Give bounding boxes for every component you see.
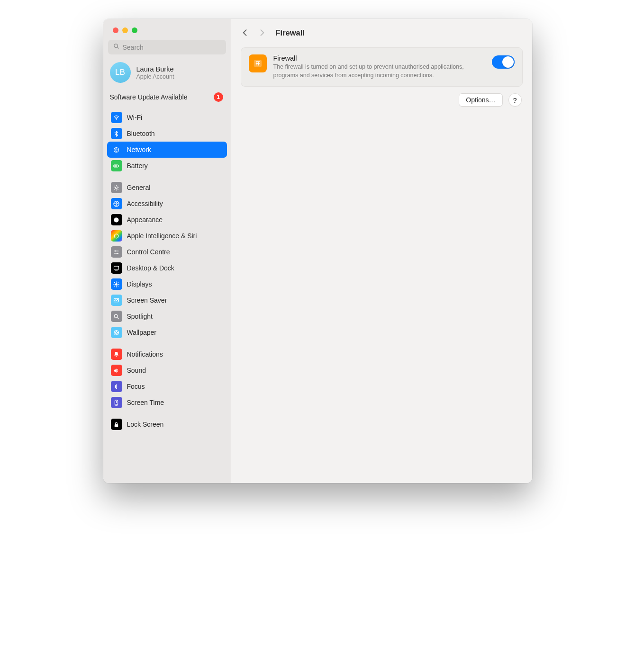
sidebar-item-label: Wi-Fi: [127, 114, 143, 121]
sidebar-item-screentime[interactable]: Screen Time: [107, 394, 227, 411]
software-update-badge: 1: [214, 92, 223, 102]
network-icon: [111, 144, 122, 155]
sidebar-item-label: Control Centre: [127, 248, 170, 256]
screensaver-icon: [111, 295, 122, 306]
svg-point-13: [117, 252, 118, 254]
topbar: Firewall: [231, 19, 532, 42]
sidebar-item-desktopdock[interactable]: Desktop & Dock: [107, 260, 227, 276]
sidebar-item-network[interactable]: Network: [107, 142, 227, 158]
sidebar-item-siri[interactable]: Apple Intelligence & Siri: [107, 228, 227, 244]
notifications-icon: [111, 349, 122, 360]
svg-point-0: [114, 44, 118, 48]
desktopdock-icon: [111, 262, 122, 274]
search-icon: [113, 43, 120, 52]
help-button[interactable]: ?: [508, 93, 522, 107]
page-title: Firewall: [276, 28, 305, 37]
firewall-card: Firewall The firewall is turned on and s…: [241, 47, 523, 87]
firewall-icon: [249, 54, 267, 72]
general-icon: [111, 182, 122, 193]
sidebar-item-label: Focus: [127, 383, 145, 390]
sidebar-item-appearance[interactable]: Appearance: [107, 212, 227, 228]
avatar: LB: [110, 62, 131, 83]
minimize-window-button[interactable]: [122, 27, 128, 33]
account-name: Laura Burke: [136, 65, 174, 73]
sidebar-item-label: Screen Time: [127, 399, 164, 406]
battery-icon: [111, 160, 122, 171]
sidebar-item-accessibility[interactable]: Accessibility: [107, 196, 227, 212]
forward-button[interactable]: [257, 27, 267, 39]
svg-point-20: [115, 332, 117, 333]
sidebar-item-label: Appearance: [127, 216, 163, 224]
sidebar-item-label: Bluetooth: [127, 130, 155, 137]
sidebar-item-controlcentre[interactable]: Control Centre: [107, 244, 227, 260]
sidebar-item-bluetooth[interactable]: Bluetooth: [107, 125, 227, 142]
siri-icon: [111, 230, 122, 242]
svg-point-12: [115, 250, 116, 251]
sidebar-item-screensaver[interactable]: Screen Saver: [107, 292, 227, 308]
sound-icon: [111, 365, 122, 376]
spotlight-icon: [111, 311, 122, 322]
settings-window: LB Laura Burke Apple Account Software Up…: [103, 19, 532, 483]
sidebar-item-battery[interactable]: Battery: [107, 158, 227, 174]
screentime-icon: [111, 397, 122, 408]
accessibility-icon: [111, 198, 122, 209]
search-input[interactable]: [123, 44, 221, 51]
sidebar-item-notifications[interactable]: Notifications: [107, 346, 227, 362]
sidebar: LB Laura Burke Apple Account Software Up…: [103, 19, 231, 483]
sidebar-item-label: Apple Intelligence & Siri: [127, 232, 197, 240]
svg-point-11: [114, 234, 118, 238]
appearance-icon: [111, 214, 122, 225]
svg-rect-5: [118, 165, 119, 167]
sidebar-item-label: Battery: [127, 162, 148, 170]
sidebar-item-spotlight[interactable]: Spotlight: [107, 308, 227, 324]
svg-rect-15: [115, 269, 118, 270]
account-sub: Apple Account: [136, 73, 174, 80]
sidebar-item-focus[interactable]: Focus: [107, 378, 227, 394]
window-controls: [103, 19, 231, 40]
wallpaper-icon: [111, 327, 122, 338]
sidebar-item-label: Wallpaper: [127, 329, 157, 336]
svg-line-1: [117, 47, 118, 48]
sidebar-item-label: Lock Screen: [127, 421, 164, 428]
sidebar-item-sound[interactable]: Sound: [107, 362, 227, 378]
svg-point-7: [116, 187, 118, 188]
sidebar-nav: Wi-FiBluetoothNetworkBattery GeneralAcce…: [103, 107, 231, 483]
apple-account-row[interactable]: LB Laura Burke Apple Account: [103, 59, 231, 88]
sidebar-item-label: Sound: [127, 367, 146, 374]
sidebar-item-label: Accessibility: [127, 200, 163, 207]
content-pane: Firewall Firewall The firewall is turned…: [231, 19, 532, 483]
controlcentre-icon: [111, 246, 122, 258]
sidebar-item-label: Desktop & Dock: [127, 264, 174, 272]
firewall-title: Firewall: [273, 54, 485, 62]
sidebar-item-label: Screen Saver: [127, 296, 167, 304]
sidebar-item-label: Displays: [127, 280, 152, 288]
software-update-label: Software Update Available: [110, 93, 188, 101]
firewall-toggle[interactable]: [492, 55, 515, 69]
sidebar-item-wallpaper[interactable]: Wallpaper: [107, 324, 227, 340]
svg-point-16: [115, 283, 118, 286]
svg-point-2: [116, 119, 117, 120]
sidebar-item-label: Spotlight: [127, 313, 153, 320]
sidebar-item-wifi[interactable]: Wi-Fi: [107, 109, 227, 125]
svg-rect-14: [114, 266, 119, 269]
fullscreen-window-button[interactable]: [132, 27, 137, 33]
svg-point-9: [116, 202, 117, 203]
firewall-description: The firewall is turned on and set up to …: [273, 63, 477, 80]
wifi-icon: [111, 112, 122, 123]
sidebar-item-general[interactable]: General: [107, 179, 227, 196]
displays-icon: [111, 278, 122, 290]
svg-rect-22: [115, 424, 118, 427]
focus-icon: [111, 381, 122, 392]
sidebar-item-label: Network: [127, 146, 151, 153]
options-button[interactable]: Options…: [459, 93, 502, 107]
sidebar-item-label: General: [127, 184, 151, 191]
sidebar-item-lockscreen[interactable]: Lock Screen: [107, 416, 227, 432]
software-update-row[interactable]: Software Update Available 1: [103, 88, 231, 107]
back-button[interactable]: [240, 27, 250, 39]
sidebar-item-displays[interactable]: Displays: [107, 276, 227, 292]
close-window-button[interactable]: [113, 27, 118, 33]
svg-rect-6: [114, 165, 117, 167]
search-field-container[interactable]: [108, 40, 226, 54]
bluetooth-icon: [111, 128, 122, 139]
lockscreen-icon: [111, 419, 122, 430]
